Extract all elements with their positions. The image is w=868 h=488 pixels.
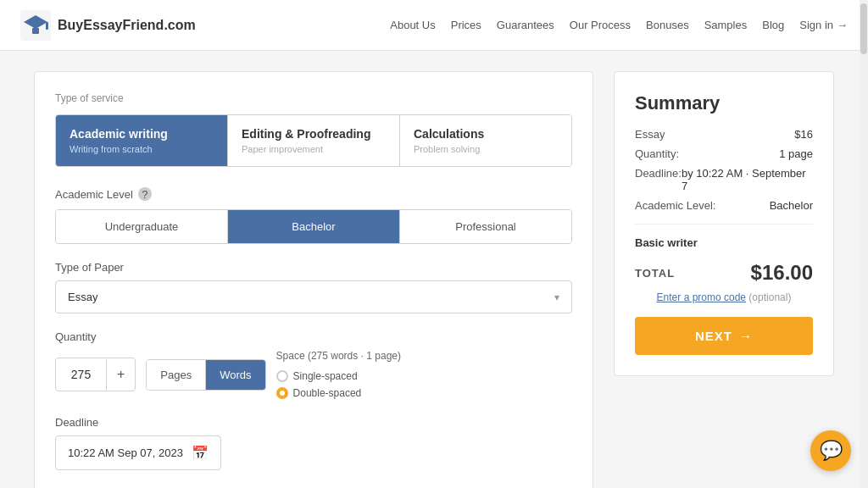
form-panel: Type of service Academic writing Writing… <box>34 71 593 488</box>
unit-pages[interactable]: Pages <box>147 360 206 390</box>
nav-signin[interactable]: Sign in → <box>799 19 848 31</box>
single-spaced-radio[interactable] <box>276 370 288 382</box>
single-spaced-option[interactable]: Single-spaced <box>276 370 401 382</box>
deadline-label: Deadline <box>55 416 572 429</box>
deadline-value: 10:22 AM Sep 07, 2023 <box>68 446 183 459</box>
service-editing[interactable]: Editing & Proofreading Paper improvement <box>228 115 400 166</box>
basic-writer: Basic writer <box>635 236 813 249</box>
double-spaced-radio[interactable] <box>276 387 288 399</box>
help-icon[interactable]: ? <box>138 187 152 201</box>
service-academic-writing-title: Academic writing <box>70 127 214 141</box>
logo-area: BuyEssayFriend.com <box>20 10 196 41</box>
nav-bonuses[interactable]: Bonuses <box>646 19 689 31</box>
unit-buttons: Pages Words <box>146 359 265 391</box>
space-options: Space (275 words · 1 page) Single-spaced… <box>276 350 401 399</box>
paper-type-select[interactable]: Essay ▾ <box>55 280 572 313</box>
quantity-label: Quantity <box>55 330 572 343</box>
summary-divider <box>635 224 813 225</box>
double-spaced-label: Double-spaced <box>293 387 362 399</box>
summary-essay-label: Essay <box>635 128 665 141</box>
space-label: Space (275 words · 1 page) <box>276 350 401 362</box>
promo-row: Enter a promo code (optional) <box>635 291 813 303</box>
level-buttons: Undergraduate Bachelor Professional <box>55 209 572 244</box>
summary-title: Summary <box>635 92 813 114</box>
summary-deadline-row: Deadline: by 10:22 AM · September 7 <box>635 167 813 192</box>
service-calculations[interactable]: Calculations Problem solving <box>400 115 571 166</box>
scrollbar[interactable] <box>860 0 868 488</box>
unit-words[interactable]: Words <box>206 360 264 390</box>
quantity-input-group: 275 + <box>55 358 136 391</box>
quantity-section: Quantity 275 + Pages Words Space (275 wo… <box>55 330 572 399</box>
summary-deadline-value: by 10:22 AM · September 7 <box>682 167 813 192</box>
paper-type-value: Essay <box>68 291 97 303</box>
nav-guarantees[interactable]: Guarantees <box>497 19 554 31</box>
summary-level-value: Bachelor <box>770 199 813 212</box>
main-nav: About Us Prices Guarantees Our Process B… <box>390 19 848 31</box>
main-content: Type of service Academic writing Writing… <box>0 51 868 488</box>
summary-quantity-label: Quantity: <box>635 147 679 160</box>
level-bachelor[interactable]: Bachelor <box>228 210 400 243</box>
academic-level-section: Academic Level ? Undergraduate Bachelor … <box>55 187 572 244</box>
nav-blog[interactable]: Blog <box>762 19 784 31</box>
scrollbar-thumb[interactable] <box>860 3 867 54</box>
service-academic-writing[interactable]: Academic writing Writing from scratch <box>56 115 228 166</box>
quantity-increment[interactable]: + <box>107 358 135 391</box>
level-undergraduate[interactable]: Undergraduate <box>56 210 228 243</box>
paper-type-label: Type of Paper <box>55 261 572 274</box>
service-calculations-sub: Problem solving <box>414 144 558 154</box>
summary-essay-price: $16 <box>794 128 813 141</box>
logo-icon <box>20 10 51 41</box>
service-calculations-title: Calculations <box>414 127 558 141</box>
chat-bubble[interactable]: 💬 <box>810 430 851 471</box>
summary-quantity-row: Quantity: 1 page <box>635 147 813 160</box>
academic-level-label: Academic Level <box>55 188 133 201</box>
deadline-section: Deadline 10:22 AM Sep 07, 2023 📅 <box>55 416 572 470</box>
next-button[interactable]: NEXT → <box>635 317 813 355</box>
calendar-icon: 📅 <box>192 445 209 461</box>
svg-rect-3 <box>46 22 48 30</box>
promo-link[interactable]: Enter a promo code <box>657 291 746 303</box>
deadline-input[interactable]: 10:22 AM Sep 07, 2023 📅 <box>55 435 221 470</box>
chat-icon: 💬 <box>820 440 843 462</box>
summary-level-row: Academic Level: Bachelor <box>635 199 813 212</box>
service-section-label: Type of service <box>55 92 572 104</box>
svg-rect-2 <box>32 28 39 34</box>
header: BuyEssayFriend.com About Us Prices Guara… <box>0 0 868 51</box>
summary-total-row: TOTAL $16.00 <box>635 261 813 285</box>
total-label: TOTAL <box>635 267 675 280</box>
single-spaced-label: Single-spaced <box>293 370 358 382</box>
nav-about[interactable]: About Us <box>390 19 435 31</box>
summary-essay-row: Essay $16 <box>635 128 813 141</box>
paper-type-section: Type of Paper Essay ▾ <box>55 261 572 313</box>
logo-text: BuyEssayFriend.com <box>58 18 196 33</box>
next-arrow-icon: → <box>739 329 753 343</box>
total-price: $16.00 <box>751 261 813 285</box>
summary-quantity-value: 1 page <box>779 147 813 160</box>
double-spaced-option[interactable]: Double-spaced <box>276 387 401 399</box>
service-types: Academic writing Writing from scratch Ed… <box>55 114 572 167</box>
nav-samples[interactable]: Samples <box>704 19 748 31</box>
next-label: NEXT <box>695 329 732 343</box>
service-editing-title: Editing & Proofreading <box>242 127 386 141</box>
level-professional[interactable]: Professional <box>400 210 571 243</box>
chevron-down-icon: ▾ <box>554 291 559 303</box>
summary-level-label: Academic Level: <box>635 199 715 212</box>
quantity-value: 275 <box>56 359 107 390</box>
summary-deadline-label: Deadline: <box>635 167 682 192</box>
promo-optional-text: (optional) <box>748 291 791 303</box>
nav-our-process[interactable]: Our Process <box>570 19 631 31</box>
service-editing-sub: Paper improvement <box>242 144 386 154</box>
service-academic-writing-sub: Writing from scratch <box>70 144 214 154</box>
summary-panel: Summary Essay $16 Quantity: 1 page Deadl… <box>614 71 834 376</box>
nav-prices[interactable]: Prices <box>451 19 481 31</box>
